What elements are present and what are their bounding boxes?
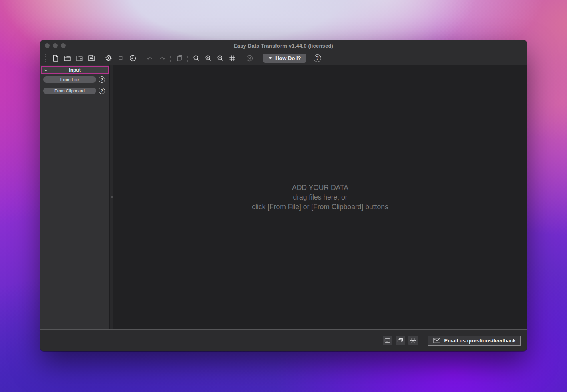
run-gear-icon <box>104 54 113 62</box>
toolbar-separator <box>258 54 258 62</box>
open-folder-icon <box>63 54 72 62</box>
traffic-lights <box>45 43 66 48</box>
question-icon: ? <box>101 78 103 82</box>
duplicate-pages-icon <box>175 54 183 62</box>
cancel-button[interactable] <box>243 52 255 64</box>
redo-button[interactable] <box>156 52 168 64</box>
empty-state-line1: ADD YOUR DATA <box>252 183 388 192</box>
minimize-window-button[interactable] <box>53 43 58 48</box>
undo-arrow-icon <box>146 54 154 62</box>
from-file-button[interactable]: From File <box>43 76 96 83</box>
toolbar-separator <box>170 54 171 62</box>
title-bar[interactable]: Easy Data Transform v1.44.0 (licensed) <box>40 40 527 51</box>
magnifier-plus-icon <box>204 54 213 62</box>
brightness-button[interactable] <box>408 336 418 345</box>
envelope-icon <box>433 337 441 344</box>
zoom-out-button[interactable] <box>214 52 226 64</box>
empty-state-line3: click [From File] or [From Clipboard] bu… <box>252 202 388 212</box>
schedule-button[interactable] <box>127 52 139 64</box>
brightness-sun-icon <box>410 337 416 344</box>
magnifier-minus-icon <box>216 54 225 62</box>
from-file-help-button[interactable]: ? <box>99 76 105 83</box>
splitter-grip[interactable] <box>111 196 113 198</box>
triangle-down-icon <box>268 57 272 59</box>
from-clipboard-button[interactable]: From Clipboard <box>43 88 96 94</box>
input-section-label: Input <box>42 67 108 73</box>
toolbar-separator <box>100 54 100 62</box>
chevron-down-icon <box>44 68 48 73</box>
new-document-icon <box>51 54 60 62</box>
redo-arrow-icon <box>158 54 166 62</box>
open-file-button[interactable] <box>61 52 73 64</box>
grid-hash-icon <box>228 54 237 62</box>
clock-icon <box>129 54 137 62</box>
magnifier-icon <box>192 54 201 62</box>
run-button[interactable] <box>103 52 115 64</box>
zoom-in-button[interactable] <box>202 52 214 64</box>
open-recent-button[interactable] <box>73 52 85 64</box>
notes-log-icon <box>384 337 391 344</box>
duplicate-button[interactable] <box>173 52 185 64</box>
toolbar-drag-handle[interactable] <box>45 54 46 62</box>
save-button[interactable] <box>85 52 97 64</box>
zoom-window-button[interactable] <box>61 43 66 48</box>
cancel-circle-icon <box>245 54 254 62</box>
overlapping-displays-icon <box>397 337 404 344</box>
toolbar-separator <box>241 54 241 62</box>
from-clipboard-help-button[interactable]: ? <box>99 88 105 94</box>
help-button[interactable]: ? <box>314 54 321 62</box>
zoom-reset-button[interactable] <box>190 52 202 64</box>
stop-square-icon <box>117 54 125 62</box>
how-do-i-label: How Do I? <box>275 55 301 61</box>
undo-button[interactable] <box>144 52 156 64</box>
content-area: Input From File ? From Clipboard ? ADD Y… <box>40 65 527 329</box>
empty-state-message: ADD YOUR DATA drag files here; or click … <box>252 183 388 212</box>
window-title: Easy Data Transform v1.44.0 (licensed) <box>234 43 333 49</box>
displays-button[interactable] <box>396 336 405 345</box>
toolbar: How Do I? ? <box>40 51 527 65</box>
pane-splitter[interactable] <box>109 65 113 329</box>
notes-button[interactable] <box>383 336 392 345</box>
new-file-button[interactable] <box>49 52 61 64</box>
input-section-header[interactable]: Input <box>41 66 109 74</box>
stop-button[interactable] <box>115 52 127 64</box>
question-icon: ? <box>316 55 318 61</box>
close-window-button[interactable] <box>45 43 50 48</box>
email-feedback-label: Email us questions/feedback <box>444 338 516 344</box>
toolbar-separator <box>187 54 188 62</box>
toolbar-separator <box>141 54 141 62</box>
grid-toggle-button[interactable] <box>226 52 238 64</box>
status-bar: Email us questions/feedback <box>40 329 527 351</box>
workspace-canvas[interactable]: ADD YOUR DATA drag files here; or click … <box>113 65 527 329</box>
question-icon: ? <box>101 89 103 93</box>
save-floppy-icon <box>87 54 96 62</box>
email-feedback-button[interactable]: Email us questions/feedback <box>428 336 521 346</box>
recent-folder-clock-icon <box>75 54 84 62</box>
app-window: Easy Data Transform v1.44.0 (licensed) <box>40 40 527 351</box>
left-pane: Input From File ? From Clipboard ? <box>40 65 109 329</box>
empty-state-line2: drag files here; or <box>252 192 388 202</box>
how-do-i-button[interactable]: How Do I? <box>263 54 306 63</box>
